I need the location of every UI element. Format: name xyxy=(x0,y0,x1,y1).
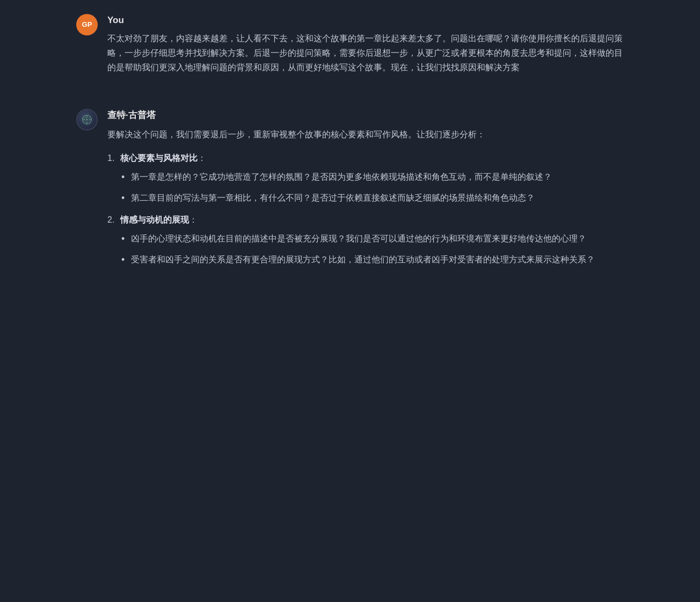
bullet-item-2-1: 受害者和凶手之间的关系是否有更合理的展现方式？比如，通过他们的互动或者凶手对受害… xyxy=(122,252,624,267)
user-message-text: 不太对劲了朋友，内容越来越差，让人看不下去，这和这个故事的第一章比起来差太多了。… xyxy=(107,31,624,75)
user-avatar: GP xyxy=(76,14,98,35)
ai-avatar-inner xyxy=(77,110,97,129)
bullet-item-1-1: 第二章目前的写法与第一章相比，有什么不同？是否过于依赖直接叙述而缺乏细腻的场景描… xyxy=(122,190,624,205)
ai-message-block: 查特·古普塔 要解决这个问题，我们需要退后一步，重新审视整个故事的核心要素和写作… xyxy=(76,108,624,275)
numbered-item-2: 2. 情感与动机的展现： 凶手的心理状态和动机在目前的描述中是否被充分展现？我们… xyxy=(107,213,624,267)
ai-response-section: 要解决这个问题，我们需要退后一步，重新审视整个故事的核心要素和写作风格。让我们逐… xyxy=(107,127,624,267)
numbered-title-1: 1. 核心要素与风格对比： xyxy=(107,151,624,165)
user-message-block: GP You 不太对劲了朋友，内容越来越差，让人看不下去，这和这个故事的第一章比… xyxy=(76,13,624,75)
title-suffix-1: ： xyxy=(198,153,206,163)
user-message-content: You 不太对劲了朋友，内容越来越差，让人看不下去，这和这个故事的第一章比起来差… xyxy=(107,13,624,75)
title-bold-1: 核心要素与风格对比 xyxy=(120,153,198,163)
bullet-item-2-0: 凶手的心理状态和动机在目前的描述中是否被充分展现？我们是否可以通过他的行为和环境… xyxy=(122,231,624,246)
numbered-item-1: 1. 核心要素与风格对比： 第一章是怎样的？它成功地营造了怎样的氛围？是否因为更… xyxy=(107,151,624,205)
numbered-title-2: 2. 情感与动机的展现： xyxy=(107,213,624,227)
user-avatar-initials: GP xyxy=(82,19,92,30)
bullet-list-1: 第一章是怎样的？它成功地营造了怎样的氛围？是否因为更多地依赖现场描述和角色互动，… xyxy=(107,170,624,205)
ai-intro-text: 要解决这个问题，我们需要退后一步，重新审视整个故事的核心要素和写作风格。让我们逐… xyxy=(107,127,624,142)
svg-point-2 xyxy=(86,119,88,121)
bullet-item-1-0: 第一章是怎样的？它成功地营造了怎样的氛围？是否因为更多地依赖现场描述和角色互动，… xyxy=(122,170,624,184)
number-1: 1. xyxy=(107,151,117,165)
ai-avatar xyxy=(76,109,98,130)
ai-numbered-list: 1. 核心要素与风格对比： 第一章是怎样的？它成功地营造了怎样的氛围？是否因为更… xyxy=(107,151,624,267)
number-2: 2. xyxy=(107,213,117,227)
ai-avatar-icon xyxy=(81,114,93,126)
message-divider xyxy=(76,97,624,97)
bullet-list-2: 凶手的心理状态和动机在目前的描述中是否被充分展现？我们是否可以通过他的行为和环境… xyxy=(107,231,624,267)
chat-container: GP You 不太对劲了朋友，内容越来越差，让人看不下去，这和这个故事的第一章比… xyxy=(55,0,645,309)
title-suffix-2: ： xyxy=(189,215,198,224)
ai-message-content: 查特·古普塔 要解决这个问题，我们需要退后一步，重新审视整个故事的核心要素和写作… xyxy=(107,108,624,275)
title-bold-2: 情感与动机的展现 xyxy=(120,215,189,224)
ai-name: 查特·古普塔 xyxy=(107,108,624,123)
user-name: You xyxy=(107,13,624,28)
